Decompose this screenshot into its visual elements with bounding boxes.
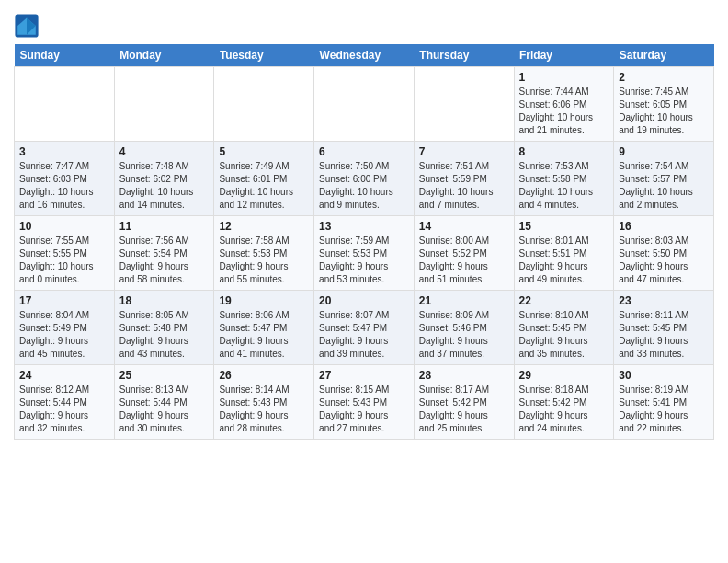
calendar-cell: 19Sunrise: 8:06 AM Sunset: 5:47 PM Dayli… bbox=[214, 291, 314, 365]
day-number: 23 bbox=[619, 294, 709, 307]
day-info: Sunrise: 7:56 AM Sunset: 5:54 PM Dayligh… bbox=[119, 235, 210, 286]
day-number: 11 bbox=[119, 220, 210, 233]
logo-icon bbox=[14, 13, 40, 39]
day-number: 26 bbox=[219, 369, 309, 382]
calendar-cell bbox=[414, 67, 514, 142]
calendar-cell: 21Sunrise: 8:09 AM Sunset: 5:46 PM Dayli… bbox=[414, 291, 514, 365]
calendar-header: SundayMondayTuesdayWednesdayThursdayFrid… bbox=[15, 44, 714, 67]
day-info: Sunrise: 7:44 AM Sunset: 6:06 PM Dayligh… bbox=[519, 86, 609, 137]
day-number: 5 bbox=[219, 145, 309, 158]
calendar-cell bbox=[114, 67, 214, 142]
calendar-week-row: 1Sunrise: 7:44 AM Sunset: 6:06 PM Daylig… bbox=[15, 67, 714, 142]
calendar-cell bbox=[214, 67, 314, 142]
day-number: 10 bbox=[19, 220, 109, 233]
calendar-cell: 18Sunrise: 8:05 AM Sunset: 5:48 PM Dayli… bbox=[114, 291, 214, 365]
calendar-cell: 23Sunrise: 8:11 AM Sunset: 5:45 PM Dayli… bbox=[614, 291, 714, 365]
calendar-cell: 15Sunrise: 8:01 AM Sunset: 5:51 PM Dayli… bbox=[514, 216, 614, 291]
calendar-cell: 5Sunrise: 7:49 AM Sunset: 6:01 PM Daylig… bbox=[214, 142, 314, 216]
logo bbox=[14, 13, 43, 39]
day-number: 12 bbox=[219, 220, 309, 233]
day-info: Sunrise: 7:51 AM Sunset: 5:59 PM Dayligh… bbox=[419, 160, 509, 212]
day-info: Sunrise: 8:00 AM Sunset: 5:52 PM Dayligh… bbox=[419, 235, 509, 286]
calendar-cell: 10Sunrise: 7:55 AM Sunset: 5:55 PM Dayli… bbox=[15, 216, 115, 291]
weekday-header-friday: Friday bbox=[514, 44, 614, 67]
day-info: Sunrise: 8:04 AM Sunset: 5:49 PM Dayligh… bbox=[19, 309, 109, 361]
calendar-cell: 24Sunrise: 8:12 AM Sunset: 5:44 PM Dayli… bbox=[15, 365, 115, 440]
day-number: 30 bbox=[619, 369, 709, 382]
day-number: 4 bbox=[119, 145, 210, 158]
calendar-cell: 16Sunrise: 8:03 AM Sunset: 5:50 PM Dayli… bbox=[614, 216, 714, 291]
day-number: 13 bbox=[319, 220, 409, 233]
day-info: Sunrise: 8:18 AM Sunset: 5:42 PM Dayligh… bbox=[519, 384, 609, 435]
calendar-cell: 17Sunrise: 8:04 AM Sunset: 5:49 PM Dayli… bbox=[15, 291, 115, 365]
calendar-cell: 30Sunrise: 8:19 AM Sunset: 5:41 PM Dayli… bbox=[614, 365, 714, 440]
day-number: 6 bbox=[319, 145, 409, 158]
day-info: Sunrise: 8:01 AM Sunset: 5:51 PM Dayligh… bbox=[519, 235, 609, 286]
calendar-table: SundayMondayTuesdayWednesdayThursdayFrid… bbox=[14, 44, 714, 440]
day-number: 27 bbox=[319, 369, 409, 382]
calendar-cell: 2Sunrise: 7:45 AM Sunset: 6:05 PM Daylig… bbox=[614, 67, 714, 142]
day-info: Sunrise: 8:10 AM Sunset: 5:45 PM Dayligh… bbox=[519, 309, 609, 361]
day-info: Sunrise: 7:48 AM Sunset: 6:02 PM Dayligh… bbox=[119, 160, 210, 212]
weekday-header-thursday: Thursday bbox=[414, 44, 514, 67]
day-info: Sunrise: 7:55 AM Sunset: 5:55 PM Dayligh… bbox=[19, 235, 109, 286]
day-info: Sunrise: 7:49 AM Sunset: 6:01 PM Dayligh… bbox=[219, 160, 309, 212]
calendar-cell: 28Sunrise: 8:17 AM Sunset: 5:42 PM Dayli… bbox=[414, 365, 514, 440]
calendar-cell: 7Sunrise: 7:51 AM Sunset: 5:59 PM Daylig… bbox=[414, 142, 514, 216]
day-number: 29 bbox=[519, 369, 609, 382]
weekday-header-saturday: Saturday bbox=[614, 44, 714, 67]
calendar-cell: 6Sunrise: 7:50 AM Sunset: 6:00 PM Daylig… bbox=[314, 142, 415, 216]
day-info: Sunrise: 8:07 AM Sunset: 5:47 PM Dayligh… bbox=[319, 309, 409, 361]
calendar-cell: 12Sunrise: 7:58 AM Sunset: 5:53 PM Dayli… bbox=[214, 216, 314, 291]
day-info: Sunrise: 8:13 AM Sunset: 5:44 PM Dayligh… bbox=[119, 384, 210, 435]
day-info: Sunrise: 7:50 AM Sunset: 6:00 PM Dayligh… bbox=[319, 160, 409, 212]
calendar-cell: 1Sunrise: 7:44 AM Sunset: 6:06 PM Daylig… bbox=[514, 67, 614, 142]
calendar-week-row: 10Sunrise: 7:55 AM Sunset: 5:55 PM Dayli… bbox=[15, 216, 714, 291]
day-number: 1 bbox=[519, 71, 609, 84]
calendar-cell: 11Sunrise: 7:56 AM Sunset: 5:54 PM Dayli… bbox=[114, 216, 214, 291]
day-info: Sunrise: 7:58 AM Sunset: 5:53 PM Dayligh… bbox=[219, 235, 309, 286]
calendar-cell: 26Sunrise: 8:14 AM Sunset: 5:43 PM Dayli… bbox=[214, 365, 314, 440]
day-number: 21 bbox=[419, 294, 509, 307]
day-info: Sunrise: 7:47 AM Sunset: 6:03 PM Dayligh… bbox=[19, 160, 109, 212]
calendar-week-row: 24Sunrise: 8:12 AM Sunset: 5:44 PM Dayli… bbox=[15, 365, 714, 440]
day-info: Sunrise: 7:45 AM Sunset: 6:05 PM Dayligh… bbox=[619, 86, 709, 137]
day-number: 15 bbox=[519, 220, 609, 233]
weekday-header-tuesday: Tuesday bbox=[214, 44, 314, 67]
day-number: 17 bbox=[19, 294, 109, 307]
calendar-cell: 8Sunrise: 7:53 AM Sunset: 5:58 PM Daylig… bbox=[514, 142, 614, 216]
day-info: Sunrise: 8:19 AM Sunset: 5:41 PM Dayligh… bbox=[619, 384, 709, 435]
weekday-header-monday: Monday bbox=[114, 44, 214, 67]
weekday-header-sunday: Sunday bbox=[15, 44, 115, 67]
day-info: Sunrise: 8:14 AM Sunset: 5:43 PM Dayligh… bbox=[219, 384, 309, 435]
day-number: 19 bbox=[219, 294, 309, 307]
weekday-header-wednesday: Wednesday bbox=[314, 44, 415, 67]
day-number: 9 bbox=[619, 145, 709, 158]
calendar-cell: 20Sunrise: 8:07 AM Sunset: 5:47 PM Dayli… bbox=[314, 291, 415, 365]
calendar-cell: 3Sunrise: 7:47 AM Sunset: 6:03 PM Daylig… bbox=[15, 142, 115, 216]
day-number: 3 bbox=[19, 145, 109, 158]
calendar-cell bbox=[15, 67, 115, 142]
header bbox=[14, 9, 714, 39]
day-number: 8 bbox=[519, 145, 609, 158]
day-info: Sunrise: 7:53 AM Sunset: 5:58 PM Dayligh… bbox=[519, 160, 609, 212]
calendar-cell: 14Sunrise: 8:00 AM Sunset: 5:52 PM Dayli… bbox=[414, 216, 514, 291]
calendar-cell: 9Sunrise: 7:54 AM Sunset: 5:57 PM Daylig… bbox=[614, 142, 714, 216]
day-number: 28 bbox=[419, 369, 509, 382]
day-number: 14 bbox=[419, 220, 509, 233]
day-number: 22 bbox=[519, 294, 609, 307]
calendar-cell: 27Sunrise: 8:15 AM Sunset: 5:43 PM Dayli… bbox=[314, 365, 415, 440]
day-number: 7 bbox=[419, 145, 509, 158]
calendar-week-row: 3Sunrise: 7:47 AM Sunset: 6:03 PM Daylig… bbox=[15, 142, 714, 216]
day-number: 16 bbox=[619, 220, 709, 233]
day-info: Sunrise: 7:54 AM Sunset: 5:57 PM Dayligh… bbox=[619, 160, 709, 212]
day-number: 18 bbox=[119, 294, 210, 307]
calendar-cell: 4Sunrise: 7:48 AM Sunset: 6:02 PM Daylig… bbox=[114, 142, 214, 216]
calendar-cell bbox=[314, 67, 415, 142]
calendar-cell: 13Sunrise: 7:59 AM Sunset: 5:53 PM Dayli… bbox=[314, 216, 415, 291]
day-info: Sunrise: 8:03 AM Sunset: 5:50 PM Dayligh… bbox=[619, 235, 709, 286]
day-info: Sunrise: 7:59 AM Sunset: 5:53 PM Dayligh… bbox=[319, 235, 409, 286]
day-info: Sunrise: 8:15 AM Sunset: 5:43 PM Dayligh… bbox=[319, 384, 409, 435]
day-number: 25 bbox=[119, 369, 210, 382]
calendar-cell: 25Sunrise: 8:13 AM Sunset: 5:44 PM Dayli… bbox=[114, 365, 214, 440]
